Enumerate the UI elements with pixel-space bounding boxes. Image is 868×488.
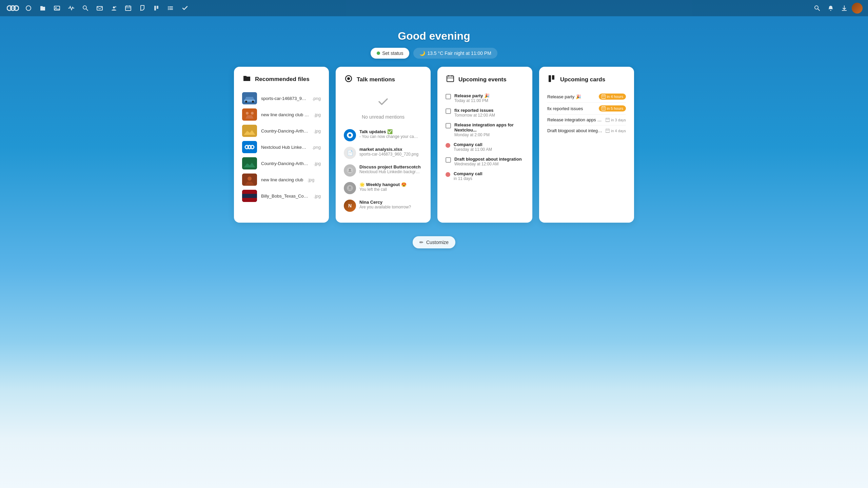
- card-item[interactable]: fix reported issues in 5 hours: [547, 103, 626, 115]
- svg-rect-16: [157, 6, 158, 9]
- mention-content: market analysis.xlsx sports-car-146873_9…: [359, 147, 418, 157]
- mention-title: 🌟 Weekly hangout 😍: [359, 182, 407, 187]
- mention-title: Discuss project Butterscotch: [359, 164, 421, 169]
- activity-icon[interactable]: [65, 2, 77, 14]
- recommended-files-widget: Recommended files sports-car-146873_960_…: [234, 67, 329, 223]
- file-thumbnail: [242, 125, 257, 137]
- status-indicator: [377, 52, 380, 55]
- mention-item[interactable]: Talk updates ✅ - You can now change your…: [344, 126, 422, 144]
- svg-rect-62: [601, 107, 606, 110]
- talk-mentions-header: Talk mentions: [344, 75, 422, 84]
- card-item[interactable]: Release integration apps for... in 3 day…: [547, 115, 626, 125]
- event-time: Tuesday at 11:00 AM: [454, 147, 492, 152]
- event-time: in 11 days: [454, 176, 482, 181]
- event-item[interactable]: Release integration apps for Nextclou...…: [446, 120, 524, 140]
- svg-point-22: [168, 9, 169, 10]
- card-title: fix reported issues: [547, 106, 596, 111]
- card-item[interactable]: Draft blogpost about integra... in 4 day…: [547, 125, 626, 136]
- folder-icon: [242, 75, 252, 83]
- upcoming-events-title: Upcoming events: [458, 76, 507, 83]
- upcoming-cards-title: Upcoming cards: [560, 76, 605, 83]
- svg-rect-43: [242, 198, 257, 202]
- event-checkbox[interactable]: [446, 94, 451, 99]
- nextcloud-logo[interactable]: [5, 2, 20, 14]
- set-status-button[interactable]: Set status: [371, 48, 409, 59]
- svg-rect-66: [606, 118, 610, 122]
- mention-item[interactable]: Discuss project Butterscotch Nextcloud H…: [344, 162, 422, 179]
- event-checkbox[interactable]: [446, 157, 451, 163]
- circle-icon[interactable]: [22, 2, 35, 14]
- event-dot: [446, 143, 450, 148]
- file-item[interactable]: Country-Dancing-Arthur_....jpg: [242, 155, 321, 171]
- event-details: fix reported issues Tomorrow at 12:00 AM: [454, 108, 495, 118]
- event-checkbox[interactable]: [446, 123, 451, 128]
- file-item[interactable]: Billy_Bobs_Texas_Countr....jpg: [242, 188, 321, 204]
- card-badge-gray: in 3 days: [606, 118, 626, 122]
- files-icon[interactable]: [37, 2, 49, 14]
- search-icon[interactable]: [79, 2, 92, 14]
- event-details: Release integration apps for Nextclou...…: [454, 122, 524, 137]
- svg-point-31: [246, 112, 249, 115]
- weather-button[interactable]: 🌙 13.5 °C Fair night at 11:00 PM: [413, 48, 497, 59]
- event-title: Company call: [454, 171, 482, 176]
- file-thumbnail: [242, 157, 257, 169]
- event-item[interactable]: fix reported issues Tomorrow at 12:00 AM: [446, 105, 524, 120]
- customize-button[interactable]: ✏ Customize: [413, 236, 455, 248]
- svg-rect-30: [242, 108, 257, 121]
- event-checkbox[interactable]: [446, 108, 451, 114]
- svg-point-29: [252, 101, 254, 103]
- contacts-icon[interactable]: [108, 2, 120, 14]
- svg-rect-58: [601, 95, 606, 98]
- card-badge: in 5 hours: [599, 105, 626, 111]
- card-badge-gray: in 4 days: [606, 129, 626, 133]
- calendar-icon[interactable]: [122, 2, 134, 14]
- tasks-icon[interactable]: [179, 2, 191, 14]
- event-item[interactable]: Company call in 11 days: [446, 169, 524, 183]
- file-ext: .jpg: [307, 177, 314, 182]
- notes-icon[interactable]: [136, 2, 149, 14]
- mention-title: market analysis.xlsx: [359, 147, 418, 152]
- event-item[interactable]: Draft blogpost about integration Wednesd…: [446, 154, 524, 169]
- file-ext: .png: [312, 96, 321, 101]
- event-item[interactable]: Company call Tuesday at 11:00 AM: [446, 140, 524, 154]
- mention-avatar: [344, 182, 356, 194]
- file-ext: .jpg: [314, 161, 321, 166]
- file-item[interactable]: new line dancing club (2).jpg: [242, 106, 321, 123]
- search-nav-icon[interactable]: [811, 2, 823, 14]
- mention-item[interactable]: 🌟 Weekly hangout 😍 You left the call: [344, 179, 422, 197]
- event-title: Release party 🎉: [454, 93, 490, 98]
- mention-content: Discuss project Butterscotch Nextcloud H…: [359, 164, 421, 174]
- event-item[interactable]: Release party 🎉 Today at 11:00 PM: [446, 91, 524, 105]
- mail-icon[interactable]: [94, 2, 106, 14]
- user-avatar[interactable]: [852, 3, 863, 14]
- no-mentions-text: No unread mentions: [362, 114, 405, 120]
- talk-mentions-widget: Talk mentions No unread mentions Talk up…: [336, 67, 431, 223]
- card-title: Release integration apps for...: [547, 117, 603, 122]
- file-item[interactable]: new line dancing club.jpg: [242, 171, 321, 188]
- navbar: [0, 0, 868, 16]
- customize-label: Customize: [426, 240, 449, 245]
- mention-item[interactable]: 📄 market analysis.xlsx sports-car-146873…: [344, 144, 422, 162]
- file-item[interactable]: Nextcloud Hub Linkedin b....png: [242, 139, 321, 155]
- notifications-icon[interactable]: [825, 2, 837, 14]
- mention-item[interactable]: N Nina Cercy Are you available tomorrow?: [344, 197, 422, 215]
- svg-point-32: [251, 112, 254, 115]
- tasks-list-icon[interactable]: [165, 2, 177, 14]
- card-item[interactable]: Release party 🎉 in 4 hours: [547, 91, 626, 103]
- file-item[interactable]: sports-car-146873_960_7....png: [242, 90, 321, 106]
- file-thumbnail: [242, 92, 257, 104]
- file-ext: .jpg: [314, 128, 321, 134]
- deck-icon[interactable]: [151, 2, 163, 14]
- download-icon[interactable]: [838, 2, 850, 14]
- mention-avatar: 📄: [344, 147, 356, 159]
- svg-rect-34: [242, 141, 257, 153]
- file-ext: .jpg: [314, 112, 321, 117]
- checkmark-icon: [376, 95, 390, 111]
- file-item[interactable]: Country-Dancing-Arthur_....jpg: [242, 123, 321, 139]
- recommended-files-title: Recommended files: [255, 76, 310, 83]
- event-title: Draft blogpost about integration: [454, 157, 522, 162]
- svg-rect-8: [97, 6, 102, 10]
- file-name: new line dancing club (2): [261, 112, 310, 117]
- mention-avatar: N: [344, 200, 356, 212]
- photos-icon[interactable]: [51, 2, 63, 14]
